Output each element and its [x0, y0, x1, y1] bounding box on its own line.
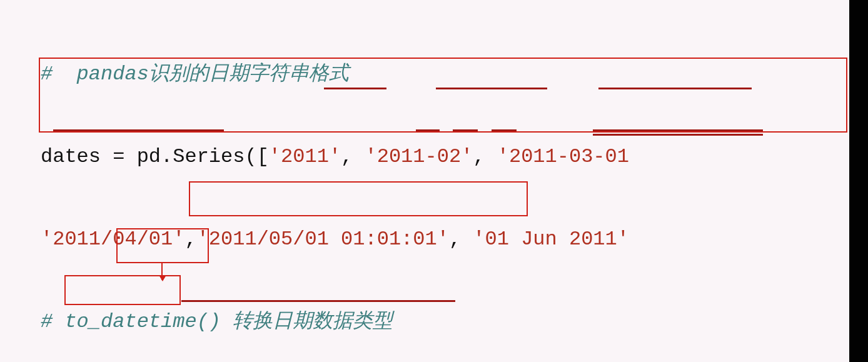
comma: , — [449, 228, 473, 251]
gutter — [0, 0, 38, 362]
string-2011: '2011' — [269, 145, 341, 168]
right-black-margin — [849, 0, 868, 362]
comment-prefix: # — [41, 310, 64, 333]
equals: = — [113, 145, 136, 168]
obj: pd — [137, 145, 161, 168]
method: Series — [173, 145, 245, 168]
underline-2011 — [324, 88, 386, 89]
underline-01-jun-2011-2 — [593, 134, 763, 136]
annotation-box-to-datetime — [189, 181, 528, 216]
string-2011-05-01: '2011/05/01 01:01:01' — [197, 228, 449, 251]
underline-2011-02 — [436, 88, 547, 89]
underline-01-jun-2011 — [593, 129, 763, 131]
underline-2011-03-01 — [598, 88, 752, 89]
underline-2011-04-01 — [53, 129, 224, 131]
underline-01-min — [453, 129, 478, 131]
annotation-box-series — [39, 58, 847, 133]
comma: , — [341, 145, 365, 168]
underline-01-hour — [416, 129, 440, 131]
code-line-4: # to_datetime() 转换日期数据类型 — [41, 301, 629, 343]
annotation-box-dates-arg — [116, 228, 209, 263]
annotation-arrow — [161, 263, 163, 280]
code-line-2: dates = pd.Series(['2011', '2011-02', '2… — [41, 136, 629, 178]
lhs: dates — [41, 145, 113, 168]
comma: , — [473, 145, 497, 168]
bracket-open: ([ — [245, 145, 268, 168]
string-2011-03-01: '2011-03-01 — [497, 145, 629, 168]
string-01-jun-2011: '01 Jun 2011' — [473, 228, 629, 251]
comment-text: to_datetime() 转换日期数据类型 — [64, 310, 393, 333]
dot: . — [161, 145, 173, 168]
string-2011-02: '2011-02' — [365, 145, 473, 168]
underline-comment — [181, 300, 455, 302]
underline-01-sec — [492, 129, 517, 131]
